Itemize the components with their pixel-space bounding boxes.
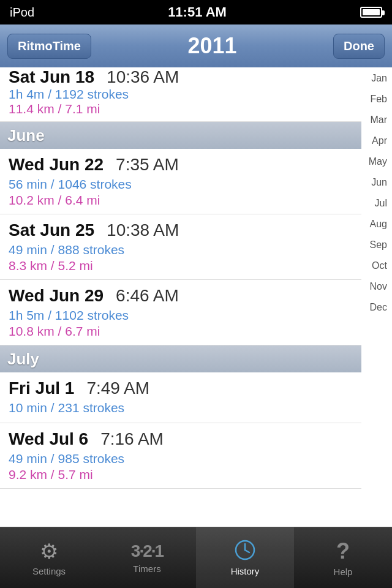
done-button[interactable]: Done [333, 34, 385, 59]
table-row[interactable]: Fri Jul 1 7:49 AM 10 min / 231 strokes [0, 372, 361, 423]
partial-dist: 11.4 km / 7.1 mi [9, 102, 353, 116]
device-name: iPod [10, 6, 34, 20]
partial-time: 10:36 AM [107, 67, 179, 87]
tab-help-label: Help [334, 567, 353, 577]
workout-time: 7:35 AM [116, 155, 179, 175]
workout-stats: 56 min / 1046 strokes [9, 177, 353, 192]
tab-bar: ⚙ Settings 3·2·1 Timers History ? Help [0, 527, 392, 588]
table-row[interactable]: Wed Jun 22 7:35 AM 56 min / 1046 strokes… [0, 149, 361, 214]
clock-icon [234, 539, 256, 564]
help-icon: ? [336, 538, 350, 564]
partial-stats: 1h 4m / 1192 strokes [9, 87, 353, 102]
workout-stats: 10 min / 231 strokes [9, 401, 353, 415]
status-bar: iPod 11:51 AM [0, 0, 392, 24]
tab-settings-label: Settings [32, 566, 66, 576]
index-jun[interactable]: Jun [361, 178, 392, 187]
index-feb[interactable]: Feb [361, 94, 392, 104]
workout-time: 7:49 AM [86, 379, 149, 398]
workout-distance: 8.3 km / 5.2 mi [9, 258, 353, 273]
timer-321-icon: 3·2·1 [131, 541, 163, 561]
table-row[interactable]: Sat Jun 25 10:38 AM 49 min / 888 strokes… [0, 214, 361, 280]
workout-date: Wed Jul 6 [9, 429, 88, 449]
tab-history-label: History [231, 566, 260, 576]
partial-row: Sat Jun 18 10:36 AM 1h 4m / 1192 strokes… [0, 67, 361, 122]
workout-date: Fri Jul 1 [9, 379, 74, 398]
workout-time: 7:16 AM [100, 429, 164, 449]
workout-time: 6:46 AM [116, 286, 179, 306]
index-apr[interactable]: Apr [361, 136, 392, 146]
workout-distance: 9.2 km / 5.7 mi [9, 467, 353, 482]
index-sep[interactable]: Sep [361, 240, 392, 250]
workout-date: Sat Jun 25 [9, 221, 94, 240]
workout-time: 10:38 AM [107, 221, 179, 240]
index-jan[interactable]: Jan [361, 74, 392, 83]
header: RitmoTime 2011 Done [0, 24, 392, 67]
tab-timers[interactable]: 3·2·1 Timers [98, 527, 196, 588]
svg-line-2 [245, 550, 249, 552]
index-oct[interactable]: Oct [361, 261, 392, 271]
index-mar[interactable]: Mar [361, 115, 392, 125]
index-jul[interactable]: Jul [361, 198, 392, 208]
tab-help[interactable]: ? Help [294, 527, 392, 588]
index-aug[interactable]: Aug [361, 219, 392, 229]
table-row[interactable]: Wed Jun 29 6:46 AM 1h 5m / 1102 strokes … [0, 280, 361, 345]
table-row[interactable]: Wed Jul 6 7:16 AM 49 min / 985 strokes 9… [0, 423, 361, 489]
month-header-july: July [0, 345, 361, 372]
workout-stats: 49 min / 888 strokes [9, 243, 353, 257]
partial-date: Sat Jun 18 [9, 67, 94, 87]
tab-history[interactable]: History [196, 527, 294, 588]
month-index: Jan Feb Mar Apr May Jun Jul Aug Sep Oct … [361, 67, 392, 527]
workout-list[interactable]: Sat Jun 18 10:36 AM 1h 4m / 1192 strokes… [0, 67, 361, 527]
header-year: 2011 [187, 33, 236, 59]
month-header-june: June [0, 122, 361, 149]
main-content: Sat Jun 18 10:36 AM 1h 4m / 1192 strokes… [0, 67, 392, 527]
battery-icon [360, 7, 382, 18]
workout-distance: 10.2 km / 6.4 mi [9, 193, 353, 208]
app-name-button[interactable]: RitmoTime [7, 34, 91, 59]
workout-date: Wed Jun 29 [9, 286, 104, 306]
gear-icon: ⚙ [40, 539, 58, 564]
index-nov[interactable]: Nov [361, 282, 392, 292]
tab-timers-label: Timers [133, 564, 160, 574]
workout-stats: 49 min / 985 strokes [9, 451, 353, 466]
workout-stats: 1h 5m / 1102 strokes [9, 308, 353, 323]
index-dec[interactable]: Dec [361, 303, 392, 312]
workout-date: Wed Jun 22 [9, 155, 104, 175]
index-may[interactable]: May [361, 157, 392, 167]
status-time: 11:51 AM [168, 4, 227, 20]
tab-settings[interactable]: ⚙ Settings [0, 527, 98, 588]
workout-distance: 10.8 km / 6.7 mi [9, 324, 353, 339]
